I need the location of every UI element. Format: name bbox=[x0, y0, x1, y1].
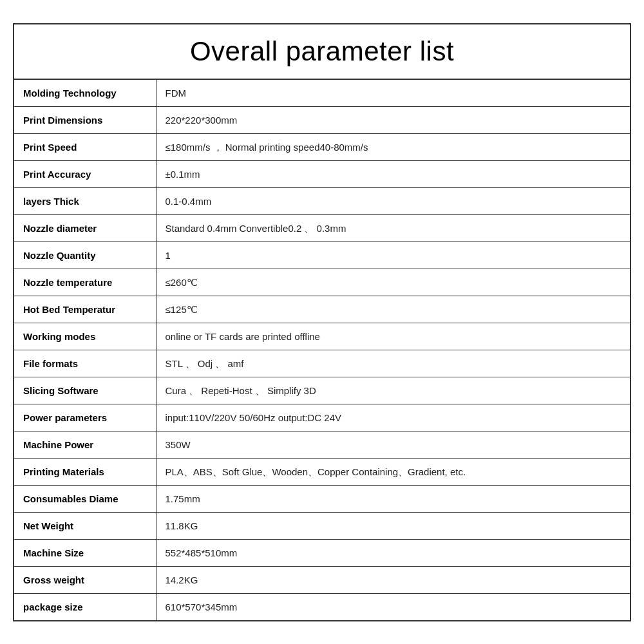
row-label: Print Accuracy bbox=[14, 160, 156, 187]
row-label: Molding Technology bbox=[14, 80, 156, 107]
table-row: Net Weight11.8KG bbox=[14, 512, 630, 539]
parameter-table: Molding TechnologyFDMPrint Dimensions220… bbox=[14, 80, 630, 620]
table-row: Nozzle temperature≤260℃ bbox=[14, 269, 630, 296]
row-value: 220*220*300mm bbox=[156, 106, 630, 133]
row-value: 0.1-0.4mm bbox=[156, 187, 630, 214]
row-value: 14.2KG bbox=[156, 566, 630, 593]
row-label: Machine Power bbox=[14, 431, 156, 458]
table-row: Machine Power350W bbox=[14, 431, 630, 458]
row-value: 11.8KG bbox=[156, 512, 630, 539]
table-row: Gross weight 14.2KG bbox=[14, 566, 630, 593]
page-title: Overall parameter list bbox=[14, 24, 630, 80]
row-label: Print Speed bbox=[14, 133, 156, 160]
row-label: Machine Size bbox=[14, 539, 156, 566]
row-label: Nozzle Quantity bbox=[14, 242, 156, 269]
row-value: 1.75mm bbox=[156, 485, 630, 512]
row-label: Printing Materials bbox=[14, 458, 156, 485]
row-value: FDM bbox=[156, 80, 630, 107]
row-label: Slicing Software bbox=[14, 377, 156, 404]
row-value: STL 、 Odj 、 amf bbox=[156, 350, 630, 377]
parameter-table-container: Overall parameter list Molding Technolog… bbox=[13, 23, 631, 621]
row-label: Nozzle diameter bbox=[14, 214, 156, 242]
row-label: Gross weight bbox=[14, 566, 156, 593]
row-value: PLA、ABS、Soft Glue、Wooden、Copper Containi… bbox=[156, 458, 630, 485]
table-row: Print Speed≤180mm/s ， Normal printing sp… bbox=[14, 133, 630, 160]
table-row: File formatsSTL 、 Odj 、 amf bbox=[14, 350, 630, 377]
row-value: ≤260℃ bbox=[156, 269, 630, 296]
row-label: Print Dimensions bbox=[14, 106, 156, 133]
row-label: layers Thick bbox=[14, 187, 156, 214]
table-row: Consumables Diame1.75mm bbox=[14, 485, 630, 512]
table-row: Print Dimensions220*220*300mm bbox=[14, 106, 630, 133]
row-value: 350W bbox=[156, 431, 630, 458]
row-value: 610*570*345mm bbox=[156, 593, 630, 620]
table-row: package size610*570*345mm bbox=[14, 593, 630, 620]
table-row: Molding TechnologyFDM bbox=[14, 80, 630, 107]
row-value: Standard 0.4mm Convertible0.2 、 0.3mm bbox=[156, 214, 630, 242]
table-row: Hot Bed Temperatur≤125℃ bbox=[14, 296, 630, 323]
row-label: Consumables Diame bbox=[14, 485, 156, 512]
table-row: layers Thick0.1-0.4mm bbox=[14, 187, 630, 214]
table-row: Print Accuracy±0.1mm bbox=[14, 160, 630, 187]
table-row: Slicing SoftwareCura 、 Repeti-Host 、 Sim… bbox=[14, 377, 630, 404]
row-label: File formats bbox=[14, 350, 156, 377]
table-row: Power parametersinput:110V/220V 50/60Hz … bbox=[14, 404, 630, 431]
row-label: package size bbox=[14, 593, 156, 620]
row-label: Power parameters bbox=[14, 404, 156, 431]
row-value: ±0.1mm bbox=[156, 160, 630, 187]
row-value: ≤180mm/s ， Normal printing speed40-80mm/… bbox=[156, 133, 630, 160]
row-value: Cura 、 Repeti-Host 、 Simplify 3D bbox=[156, 377, 630, 404]
table-row: Printing MaterialsPLA、ABS、Soft Glue、Wood… bbox=[14, 458, 630, 485]
row-value: input:110V/220V 50/60Hz output:DC 24V bbox=[156, 404, 630, 431]
row-value: ≤125℃ bbox=[156, 296, 630, 323]
row-label: Working modes bbox=[14, 323, 156, 350]
row-label: Hot Bed Temperatur bbox=[14, 296, 156, 323]
row-label: Nozzle temperature bbox=[14, 269, 156, 296]
row-value: 1 bbox=[156, 242, 630, 269]
row-value: online or TF cards are printed offline bbox=[156, 323, 630, 350]
row-label: Net Weight bbox=[14, 512, 156, 539]
table-row: Working modesonline or TF cards are prin… bbox=[14, 323, 630, 350]
table-row: Nozzle Quantity1 bbox=[14, 242, 630, 269]
table-row: Nozzle diameterStandard 0.4mm Convertibl… bbox=[14, 214, 630, 242]
table-row: Machine Size 552*485*510mm bbox=[14, 539, 630, 566]
row-value: 552*485*510mm bbox=[156, 539, 630, 566]
